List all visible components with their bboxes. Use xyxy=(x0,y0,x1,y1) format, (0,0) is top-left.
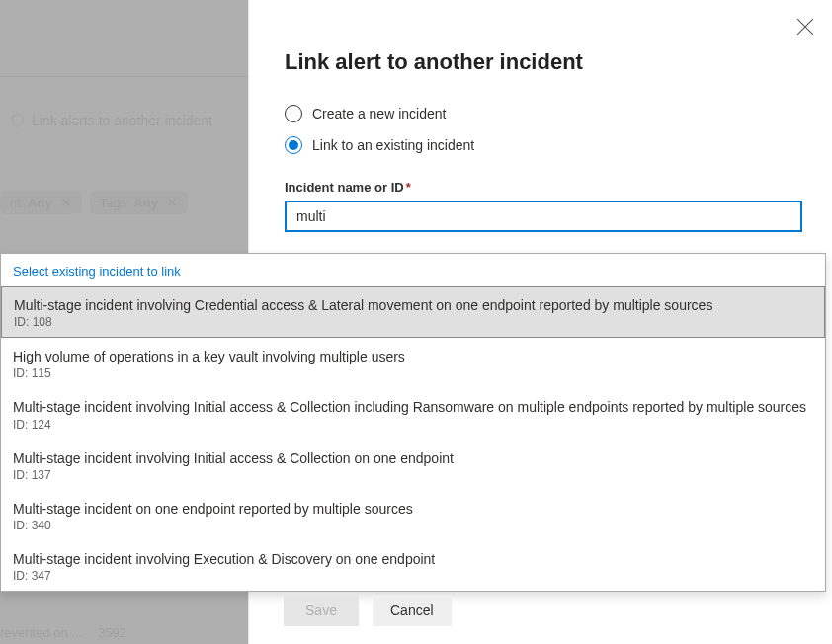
required-mark: * xyxy=(406,180,411,195)
radio-group: Create a new incident Link to an existin… xyxy=(285,105,796,154)
save-button[interactable]: Save xyxy=(284,595,359,626)
dropdown-item-title: Multi-stage incident involving Initial a… xyxy=(13,398,813,416)
incident-search-input[interactable] xyxy=(285,201,802,232)
dropdown-item[interactable]: Multi-stage incident involving Execution… xyxy=(1,540,825,591)
dropdown-item-title: Multi-stage incident on one endpoint rep… xyxy=(13,500,813,518)
cancel-button[interactable]: Cancel xyxy=(373,595,452,626)
panel-buttons: Save Cancel xyxy=(284,595,452,626)
dropdown-item-title: Multi-stage incident involving Credentia… xyxy=(14,296,812,314)
dropdown-item[interactable]: Multi-stage incident involving Initial a… xyxy=(1,440,825,490)
dropdown-header: Select existing incident to link xyxy=(1,254,825,286)
incident-dropdown: Select existing incident to link Multi-s… xyxy=(0,253,826,592)
dropdown-item[interactable]: Multi-stage incident involving Credentia… xyxy=(1,286,825,338)
radio-icon xyxy=(285,105,302,122)
radio-link-existing[interactable]: Link to an existing incident xyxy=(285,136,796,154)
dropdown-item-id: ID: 115 xyxy=(13,366,813,380)
dropdown-item-title: High volume of operations in a key vault… xyxy=(13,348,813,365)
dropdown-item[interactable]: Multi-stage incident involving Initial a… xyxy=(1,388,825,439)
dropdown-item-id: ID: 124 xyxy=(13,418,813,432)
radio-create-new[interactable]: Create a new incident xyxy=(285,105,796,122)
close-button[interactable] xyxy=(796,18,814,36)
dropdown-item[interactable]: High volume of operations in a key vault… xyxy=(1,338,825,388)
close-icon xyxy=(796,18,814,36)
dropdown-item-id: ID: 137 xyxy=(13,468,813,482)
dropdown-item-id: ID: 347 xyxy=(13,569,813,583)
panel-title: Link alert to another incident xyxy=(285,49,796,75)
dropdown-item-id: ID: 340 xyxy=(13,519,813,532)
field-label: Incident name or ID* xyxy=(285,180,796,195)
radio-icon xyxy=(285,136,302,154)
dropdown-item[interactable]: Multi-stage incident on one endpoint rep… xyxy=(1,490,825,540)
radio-label: Link to an existing incident xyxy=(312,137,474,153)
radio-label: Create a new incident xyxy=(312,106,446,121)
dropdown-item-id: ID: 108 xyxy=(14,315,812,329)
dropdown-item-title: Multi-stage incident involving Initial a… xyxy=(13,449,813,467)
dropdown-item-title: Multi-stage incident involving Execution… xyxy=(13,550,813,568)
